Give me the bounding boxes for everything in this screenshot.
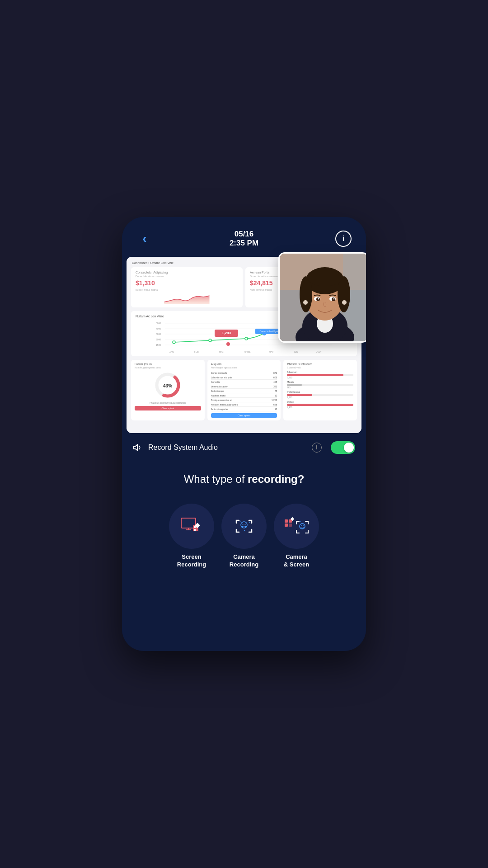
card1-title: Consectetur Adipiscing bbox=[136, 271, 238, 274]
camera-screen-circle: ✦ bbox=[274, 504, 319, 549]
card1-subtitle: Donec lobortis accumsan bbox=[136, 275, 238, 278]
camera-recording-button[interactable]: ✦ ✦ ✦ CameraRecording bbox=[221, 504, 267, 569]
question-text: What type of recording? bbox=[133, 473, 355, 486]
table-row: Ac turpis egestas18 bbox=[211, 407, 277, 411]
svg-text:1,283: 1,283 bbox=[222, 331, 231, 335]
svg-rect-67 bbox=[285, 519, 288, 523]
question-text-bold: recording? bbox=[248, 473, 304, 485]
screen-recording-button[interactable]: ScreenRecording bbox=[169, 504, 214, 569]
card1-chart bbox=[136, 293, 238, 304]
dashboard-card-1: Consectetur Adipiscing Donec lobortis ac… bbox=[131, 267, 243, 307]
card1-value: $1,310 bbox=[136, 279, 238, 287]
bottom-card3-subtitle: Euismod velit bbox=[287, 366, 353, 369]
svg-text:✦: ✦ bbox=[244, 529, 245, 532]
toggle-knob bbox=[344, 443, 354, 453]
screen-recording-circle bbox=[169, 504, 214, 549]
table-row: Pellentesque78 bbox=[211, 389, 277, 393]
svg-text:FEB: FEB bbox=[194, 350, 199, 353]
bottom-card-bars: Phasellus Interdum Euismod velit Bibendu… bbox=[283, 360, 357, 420]
camera-screen-icon: ✦ bbox=[284, 515, 309, 538]
audio-bar: Record System Audio i bbox=[122, 433, 366, 462]
svg-text:3000: 3000 bbox=[156, 333, 161, 335]
card2-btn[interactable]: Class aptent bbox=[211, 413, 277, 418]
table-row: Venenatis sapien323 bbox=[211, 384, 277, 389]
donut-label: Phasellus interdum ligula eget turpis bbox=[135, 401, 201, 404]
bottom-card1-subtitle: Num feugiat egestas cons bbox=[135, 366, 201, 369]
svg-point-47 bbox=[318, 298, 319, 300]
svg-rect-58 bbox=[194, 529, 196, 531]
header-date: 05/16 bbox=[230, 230, 258, 239]
svg-text:1500: 1500 bbox=[156, 344, 161, 346]
back-chevron-icon: ‹ bbox=[142, 232, 146, 245]
svg-point-63 bbox=[245, 524, 246, 525]
audio-icon bbox=[133, 443, 143, 453]
recording-types: ScreenRecording bbox=[122, 504, 366, 583]
svg-text:APRIL: APRIL bbox=[244, 350, 251, 353]
table-row: Donec orci nulla872 bbox=[211, 371, 277, 375]
svg-point-19 bbox=[245, 337, 248, 340]
svg-rect-69 bbox=[285, 524, 288, 527]
phone-frame: ‹ 05/16 2:35 PM i Dashboard › Omare Orci… bbox=[122, 217, 366, 651]
svg-point-49 bbox=[303, 300, 308, 305]
svg-rect-56 bbox=[194, 526, 196, 528]
bar-item: Pellentesque 1,285 bbox=[287, 391, 353, 399]
bottom-card-donut: Lorem Ipsum Num feugiat egestas cons 43%… bbox=[131, 360, 205, 420]
question-section: What type of recording? bbox=[122, 462, 366, 504]
info-button[interactable]: i bbox=[335, 231, 352, 247]
svg-text:Donec in feui Eget: Donec in feui Eget bbox=[260, 330, 278, 333]
svg-text:✦: ✦ bbox=[239, 520, 241, 523]
svg-point-48 bbox=[333, 298, 335, 300]
screen-recording-icon bbox=[180, 516, 203, 536]
table-row: Convallis408 bbox=[211, 380, 277, 384]
table-row: Netus et malesuada fames628 bbox=[211, 402, 277, 407]
donut-chart: 43% bbox=[135, 372, 201, 399]
bottom-card2-subtitle: Num feugiat egestas cons bbox=[211, 366, 277, 369]
audio-info-icon: i bbox=[316, 444, 317, 451]
svg-text:✦: ✦ bbox=[299, 520, 301, 523]
camera-face bbox=[280, 254, 366, 341]
screen-recording-label: ScreenRecording bbox=[177, 553, 206, 569]
svg-text:5000: 5000 bbox=[156, 322, 161, 325]
back-button[interactable]: ‹ bbox=[136, 231, 153, 247]
camera-screen-button[interactable]: ✦ Camera& Screen bbox=[274, 504, 319, 569]
dashboard-bottom-cards: Lorem Ipsum Num feugiat egestas cons 43%… bbox=[131, 360, 357, 420]
svg-text:2000: 2000 bbox=[156, 338, 161, 341]
svg-point-18 bbox=[209, 339, 211, 342]
svg-text:43%: 43% bbox=[163, 383, 172, 388]
bottom-card-table: Aliquam Num feugiat egestas cons Donec o… bbox=[207, 360, 281, 420]
card1-small: Nunc et metus magna bbox=[136, 288, 238, 291]
audio-info-button[interactable]: i bbox=[312, 443, 322, 453]
card1-btn[interactable]: Class aptent bbox=[135, 406, 201, 410]
bottom-card3-title: Phasellus Interdum bbox=[287, 363, 353, 366]
camera-overlay bbox=[278, 252, 366, 343]
table-row: Habitant morbi12 bbox=[211, 393, 277, 398]
audio-label: Record System Audio bbox=[148, 443, 306, 452]
svg-point-50 bbox=[342, 300, 347, 305]
bar-item: Donec 7,300 bbox=[287, 401, 353, 409]
audio-toggle[interactable] bbox=[331, 441, 355, 454]
svg-point-74 bbox=[303, 525, 304, 526]
svg-text:MAY: MAY bbox=[269, 350, 274, 353]
svg-point-42 bbox=[307, 268, 343, 286]
svg-text:4000: 4000 bbox=[156, 327, 161, 330]
table-row: Tristique senectus et1,256 bbox=[211, 398, 277, 402]
camera-screen-label: Camera& Screen bbox=[284, 553, 309, 569]
question-text-regular: What type of bbox=[184, 473, 248, 485]
svg-marker-51 bbox=[134, 445, 137, 451]
bar-item: Mauris 765 bbox=[287, 381, 353, 389]
svg-text:JUN: JUN bbox=[294, 350, 298, 353]
camera-recording-icon: ✦ ✦ ✦ bbox=[233, 515, 255, 538]
svg-text:JAN: JAN bbox=[169, 350, 174, 353]
screen-preview: Dashboard › Omare Orci Velit Consectetur… bbox=[127, 257, 361, 433]
header: ‹ 05/16 2:35 PM i bbox=[122, 217, 366, 257]
bar-item: Bibendum 3,250 bbox=[287, 371, 353, 379]
svg-text:✦: ✦ bbox=[249, 521, 250, 524]
svg-point-23 bbox=[226, 342, 230, 346]
svg-text:JULY: JULY bbox=[316, 350, 322, 353]
camera-recording-label: CameraRecording bbox=[230, 553, 258, 569]
header-clock: 2:35 PM bbox=[230, 239, 258, 248]
info-icon: i bbox=[343, 235, 344, 243]
svg-point-62 bbox=[243, 524, 244, 525]
svg-point-73 bbox=[301, 525, 302, 526]
svg-point-17 bbox=[173, 341, 175, 344]
